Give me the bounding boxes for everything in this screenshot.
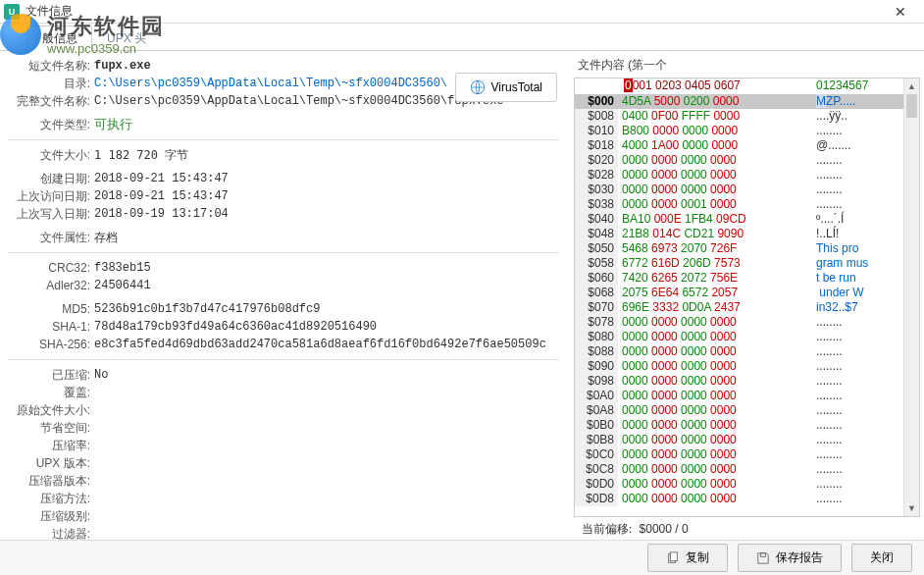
hex-row[interactable]: $0800000 0000 0000 0000........ xyxy=(575,330,903,344)
save-report-button[interactable]: 保存报告 xyxy=(738,544,842,572)
hex-bytes: 0000 0000 0000 0000 xyxy=(618,183,808,197)
hex-row[interactable]: $0A80000 0000 0000 0000........ xyxy=(575,403,903,418)
label-upx-ver: UPX 版本: xyxy=(8,454,94,472)
hex-row[interactable]: $0184000 1A00 0000 0000@....... xyxy=(575,138,903,153)
hex-panel: 文件内容 (第一个 0001 0203 0405 0607 01234567 $… xyxy=(567,51,922,540)
hex-offset: $070 xyxy=(575,300,618,315)
hex-bytes: 0000 0000 0000 0000 xyxy=(618,315,808,330)
hex-offset: $058 xyxy=(575,256,618,271)
hex-bytes: 0000 0000 0000 0000 xyxy=(618,374,808,389)
hex-row[interactable]: $0280000 0000 0000 0000........ xyxy=(575,168,903,183)
value-compressed: No xyxy=(94,366,559,384)
hex-offset: $018 xyxy=(575,138,618,153)
scroll-down-icon[interactable]: ▼ xyxy=(904,500,919,516)
hex-offset: $030 xyxy=(575,183,618,197)
hex-bytes: 696E 3332 0D0A 2437 xyxy=(618,300,808,315)
hex-offset: $0A0 xyxy=(575,389,618,403)
label-accessed: 上次访问日期: xyxy=(8,187,94,205)
close-icon[interactable]: ✕ xyxy=(881,0,920,24)
hex-row[interactable]: $070696E 3332 0D0A 2437in32..$7 xyxy=(575,300,903,315)
hex-bytes: 0000 0000 0000 0000 xyxy=(618,477,808,492)
hex-ascii: ........ xyxy=(808,168,843,183)
hex-row[interactable]: $0B80000 0000 0000 0000........ xyxy=(575,433,903,447)
label-orig-size: 原始文件大小: xyxy=(8,401,94,419)
hex-bytes: 0000 0000 0000 0000 xyxy=(618,153,808,168)
hex-bytes: 7420 6265 2072 756E xyxy=(618,271,808,286)
footer-bar: 复制 保存报告 关闭 xyxy=(0,540,924,575)
hex-offset: $0C8 xyxy=(575,462,618,477)
hex-offset: $0C0 xyxy=(575,447,618,462)
hex-bytes: 21B8 014C CD21 9090 xyxy=(618,227,808,241)
label-dir: 目录: xyxy=(8,75,94,92)
label-sha1: SHA-1: xyxy=(8,318,94,336)
hex-scrollbar[interactable]: ▲ ▼ xyxy=(903,78,919,516)
hex-row[interactable]: $0D80000 0000 0000 0000........ xyxy=(575,492,903,506)
hex-row[interactable]: $0780000 0000 0000 0000........ xyxy=(575,315,903,330)
hex-bytes: 4000 1A00 0000 0000 xyxy=(618,138,808,153)
value-sha256: e8c3fa5fed4d69dbd63add2470ca581a6d8aeaf6… xyxy=(94,336,559,353)
close-button[interactable]: 关闭 xyxy=(851,544,912,572)
hex-ascii: ........ xyxy=(808,389,843,403)
hex-ascii: ........ xyxy=(808,462,843,477)
hex-row[interactable]: $0004D5A 5000 0200 0000MZP..... xyxy=(575,94,903,109)
hex-bytes: 0400 0F00 FFFF 0000 xyxy=(618,109,808,124)
hex-offset: $0D8 xyxy=(575,492,618,506)
hex-bytes: 0000 0000 0000 0000 xyxy=(618,403,808,418)
hex-row[interactable]: $0080400 0F00 FFFF 0000....ÿÿ.. xyxy=(575,109,903,124)
hex-row[interactable]: $0A00000 0000 0000 0000........ xyxy=(575,389,903,403)
hex-bytes: 4D5A 5000 0200 0000 xyxy=(618,94,808,109)
offset-status: 当前偏移: $0000 / 0 xyxy=(574,517,920,542)
hex-ascii: ........ xyxy=(808,374,843,389)
hex-row[interactable]: $040BA10 000E 1FB4 09CDº....´.Í xyxy=(575,212,903,227)
hex-row[interactable]: $0380000 0000 0001 0000........ xyxy=(575,197,903,212)
hex-ascii: ........ xyxy=(808,153,843,168)
hex-row[interactable]: $0300000 0000 0000 0000........ xyxy=(575,183,903,197)
value-size: 1 182 720 字节 xyxy=(94,146,559,164)
label-attr: 文件属性: xyxy=(8,229,94,246)
hex-row[interactable]: $0980000 0000 0000 0000........ xyxy=(575,374,903,389)
hex-bytes: 0000 0000 0000 0000 xyxy=(618,168,808,183)
scroll-thumb[interactable] xyxy=(906,94,917,118)
hex-bytes: 0000 0000 0000 0000 xyxy=(618,447,808,462)
hex-viewer[interactable]: 0001 0203 0405 0607 01234567 $0004D5A 50… xyxy=(574,78,920,517)
value-accessed: 2018-09-21 15:43:47 xyxy=(94,187,559,205)
hex-row[interactable]: $0B00000 0000 0000 0000........ xyxy=(575,418,903,433)
hex-row[interactable]: $0586772 616D 206D 7573gram mus xyxy=(575,256,903,271)
label-filter: 过滤器: xyxy=(8,525,94,540)
save-icon xyxy=(756,551,770,565)
virustotal-button[interactable]: VirusTotal xyxy=(455,73,557,102)
hex-row[interactable]: $0C80000 0000 0000 0000........ xyxy=(575,462,903,477)
copy-button[interactable]: 复制 xyxy=(647,544,728,572)
hex-row[interactable]: $0880000 0000 0000 0000........ xyxy=(575,344,903,359)
hex-row[interactable]: $0C00000 0000 0000 0000........ xyxy=(575,447,903,462)
hex-row[interactable]: $0682075 6E64 6572 2057 under W xyxy=(575,286,903,300)
tab-general[interactable]: 般信息 xyxy=(27,26,92,51)
hex-bytes: 6772 616D 206D 7573 xyxy=(618,256,808,271)
hex-ascii: @....... xyxy=(808,138,851,153)
svg-rect-3 xyxy=(760,552,765,556)
label-sha256: SHA-256: xyxy=(8,336,94,353)
hex-row[interactable]: $0505468 6973 2070 726FThis pro xyxy=(575,241,903,256)
label-modified: 上次写入日期: xyxy=(8,205,94,223)
hex-row[interactable]: $0607420 6265 2072 756Et be run xyxy=(575,271,903,286)
hex-row[interactable]: $010B800 0000 0000 0000........ xyxy=(575,124,903,138)
tab-upx-header[interactable]: UPX 头 xyxy=(92,26,161,51)
hex-row[interactable]: $0D00000 0000 0000 0000........ xyxy=(575,477,903,492)
hex-bytes: 0000 0000 0000 0000 xyxy=(618,418,808,433)
hex-bytes: 2075 6E64 6572 2057 xyxy=(618,286,808,300)
label-type: 文件类型: xyxy=(8,116,94,133)
hex-row[interactable]: $0900000 0000 0000 0000........ xyxy=(575,359,903,374)
hex-bytes: BA10 000E 1FB4 09CD xyxy=(618,212,808,227)
hex-ascii: ........ xyxy=(808,315,843,330)
hex-bytes: 0000 0000 0000 0000 xyxy=(618,492,808,506)
hex-ascii: ........ xyxy=(808,447,843,462)
hex-bytes: 0000 0000 0000 0000 xyxy=(618,330,808,344)
scroll-up-icon[interactable]: ▲ xyxy=(904,78,919,94)
hex-ascii: under W xyxy=(808,286,864,300)
hex-row[interactable]: $0200000 0000 0000 0000........ xyxy=(575,153,903,168)
label-created: 创建日期: xyxy=(8,170,94,187)
value-crc32: f383eb15 xyxy=(94,259,559,277)
hex-offset: $088 xyxy=(575,344,618,359)
hex-row[interactable]: $04821B8 014C CD21 9090!..LÍ! xyxy=(575,227,903,241)
hex-bytes: 5468 6973 2070 726F xyxy=(618,241,808,256)
